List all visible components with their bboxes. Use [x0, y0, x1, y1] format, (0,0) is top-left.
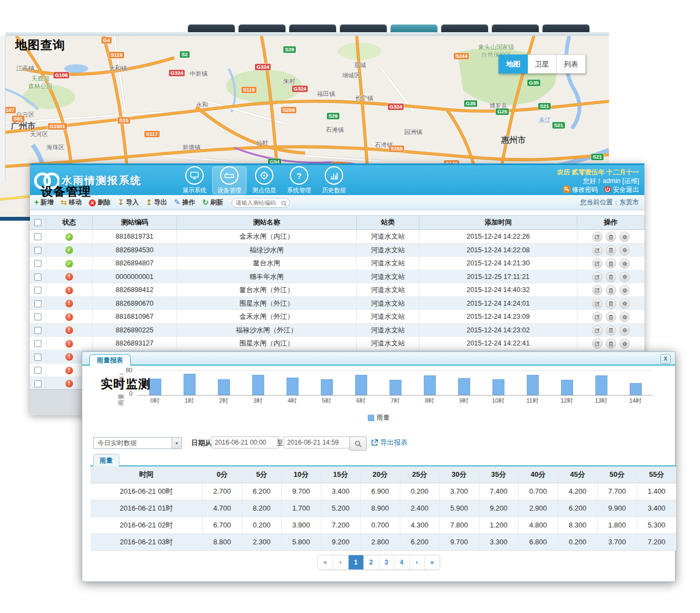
- row-checkbox[interactable]: [34, 287, 41, 294]
- cell-code: 0000000001: [93, 270, 177, 284]
- row-checkbox[interactable]: [34, 327, 41, 334]
- gear-icon[interactable]: [619, 272, 630, 282]
- edit-icon[interactable]: [592, 312, 602, 322]
- pagination-page-4[interactable]: 4: [394, 555, 410, 569]
- nav-item-4[interactable]: 历史数据: [316, 166, 351, 195]
- tab-rainfall-report[interactable]: 雨量报表: [89, 354, 131, 366]
- data-mode-select[interactable]: 今日实时数据 ▼: [93, 437, 182, 449]
- bar-5时: [321, 379, 333, 395]
- export-icon: [371, 439, 378, 446]
- date-from-input[interactable]: [211, 436, 279, 448]
- gear-icon[interactable]: [619, 325, 630, 336]
- nav-item-0[interactable]: 展示系统: [177, 166, 212, 195]
- close-icon[interactable]: X: [660, 354, 671, 364]
- browser-tab[interactable]: [188, 25, 235, 32]
- row-checkbox[interactable]: [34, 313, 41, 320]
- browser-tab[interactable]: [492, 25, 539, 32]
- edit-icon[interactable]: [592, 325, 602, 336]
- date-to-input[interactable]: [284, 436, 351, 448]
- cell-value: 5.800: [282, 534, 321, 550]
- browser-tab[interactable]: [543, 25, 589, 32]
- gear-icon[interactable]: [619, 299, 630, 309]
- logout-link[interactable]: 安全退出: [613, 186, 639, 193]
- toolbar-button-3[interactable]: ↧导入: [118, 198, 139, 207]
- column-header: 添加时间: [419, 216, 577, 229]
- trash-icon[interactable]: [606, 325, 616, 336]
- gear-icon[interactable]: [619, 245, 630, 256]
- status-ok-icon: ✓: [65, 246, 73, 254]
- edit-icon[interactable]: [592, 338, 602, 349]
- gear-icon[interactable]: [619, 312, 630, 322]
- edit-icon[interactable]: [592, 232, 602, 242]
- row-checkbox[interactable]: [34, 300, 41, 307]
- chart-icon: [325, 166, 343, 185]
- toolbar-button-6[interactable]: ↻刷新: [202, 198, 223, 207]
- edit-icon[interactable]: [592, 245, 602, 256]
- x-tick-label: 3时: [241, 397, 275, 405]
- map-view-button-map[interactable]: 地图: [498, 54, 528, 74]
- toolbar-button-4[interactable]: ↥导出: [146, 198, 167, 207]
- station-search: [232, 197, 290, 208]
- cell-value: 6.200: [242, 483, 282, 500]
- edit-icon[interactable]: [592, 258, 602, 269]
- pagination-page-2[interactable]: 2: [364, 555, 379, 569]
- trash-icon[interactable]: [606, 312, 616, 322]
- toolbar-button-2[interactable]: ×删除: [89, 198, 111, 207]
- trash-icon[interactable]: [606, 245, 616, 256]
- date-to-label: 至: [277, 439, 284, 448]
- gear-icon[interactable]: [619, 338, 630, 349]
- nav-item-2[interactable]: 测点信息: [247, 166, 282, 195]
- browser-tab[interactable]: [340, 25, 387, 32]
- edit-icon[interactable]: [592, 272, 602, 282]
- pagination-page-3[interactable]: 3: [379, 555, 394, 569]
- gear-icon[interactable]: [619, 258, 630, 269]
- trash-icon[interactable]: [606, 232, 616, 242]
- trash-icon[interactable]: [606, 258, 616, 269]
- row-checkbox[interactable]: [34, 233, 41, 240]
- gear-icon[interactable]: [619, 232, 630, 242]
- road-shield: S21: [591, 154, 604, 160]
- pagination-page-1[interactable]: 1: [349, 555, 364, 569]
- map-view-button-list[interactable]: 列表: [557, 54, 586, 74]
- x-tick-label: 1时: [172, 397, 206, 405]
- trash-icon[interactable]: [606, 299, 616, 309]
- status-error-icon: !: [65, 313, 73, 321]
- row-checkbox[interactable]: [34, 340, 41, 347]
- trash-icon[interactable]: [606, 272, 616, 282]
- edit-icon[interactable]: [592, 285, 602, 295]
- cell-value: 2.900: [519, 500, 558, 517]
- nav-item-1[interactable]: 设备管理: [212, 166, 247, 195]
- browser-tab[interactable]: [239, 25, 285, 32]
- row-checkbox[interactable]: [34, 247, 41, 254]
- browser-tab[interactable]: [441, 25, 488, 32]
- current-location-text: 您当前位置：东莞市: [580, 198, 639, 207]
- gear-icon[interactable]: [619, 285, 630, 295]
- column-header: 状态: [46, 216, 93, 229]
- pagination-next[interactable]: ›: [410, 555, 425, 569]
- cell-time: 2016-06-21 00时: [90, 483, 203, 500]
- cell-value: 3.900: [282, 517, 321, 533]
- nav-item-3[interactable]: ?系统管理: [282, 166, 316, 195]
- column-header: 时间: [90, 466, 203, 483]
- pagination-last[interactable]: »: [425, 555, 440, 569]
- change-password-link[interactable]: 修改密码: [572, 186, 598, 193]
- edit-icon[interactable]: [592, 299, 602, 309]
- row-checkbox[interactable]: [34, 354, 41, 361]
- browser-tab[interactable]: [391, 25, 437, 32]
- search-button[interactable]: [349, 436, 367, 451]
- browser-tab[interactable]: [289, 25, 336, 32]
- cell-code: 8816819731: [93, 230, 177, 244]
- trash-icon[interactable]: [606, 338, 616, 349]
- pagination-prev[interactable]: ‹: [333, 555, 349, 569]
- export-report-link[interactable]: 导出报表: [371, 438, 407, 447]
- tab-rainfall[interactable]: 雨量: [93, 454, 119, 466]
- row-checkbox[interactable]: [34, 274, 41, 281]
- toolbar-button-5[interactable]: ✎操作: [174, 198, 195, 207]
- trash-icon[interactable]: [606, 285, 616, 295]
- row-checkbox[interactable]: [34, 367, 41, 374]
- select-all-checkbox[interactable]: [34, 219, 41, 226]
- row-checkbox[interactable]: [34, 260, 41, 267]
- row-checkbox[interactable]: [34, 380, 41, 387]
- map-view-button-satellite[interactable]: 卫星: [528, 54, 557, 74]
- pagination-first[interactable]: «: [318, 555, 333, 569]
